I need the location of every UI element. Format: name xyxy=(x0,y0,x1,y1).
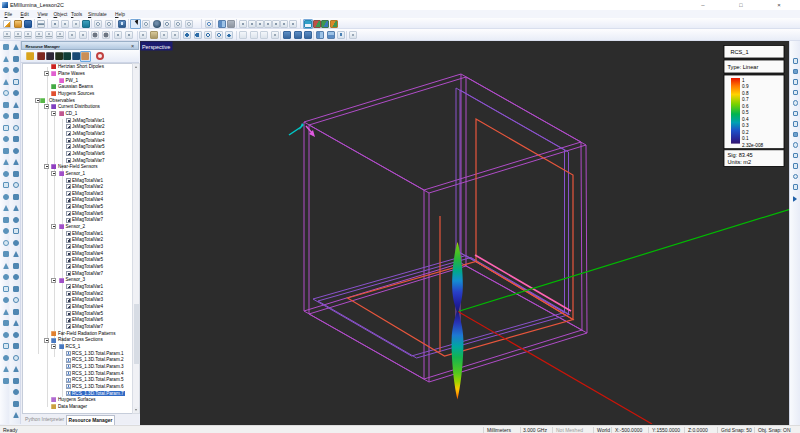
svg-text:Sig: 83.45: Sig: 83.45 xyxy=(728,152,753,158)
svg-text:0.7: 0.7 xyxy=(742,97,749,102)
svg-text:1: 1 xyxy=(742,78,745,83)
svg-text:Type: Linear: Type: Linear xyxy=(728,64,759,70)
svg-text:0.5: 0.5 xyxy=(742,110,749,115)
svg-text:0.1: 0.1 xyxy=(742,136,749,141)
svg-text:0.2: 0.2 xyxy=(742,130,749,135)
svg-text:Perspective: Perspective xyxy=(142,44,170,50)
svg-text:0.4: 0.4 xyxy=(742,117,749,122)
svg-text:0.6: 0.6 xyxy=(742,104,749,109)
svg-text:2.32e-008: 2.32e-008 xyxy=(742,143,764,148)
svg-text:Units: m2: Units: m2 xyxy=(728,159,752,165)
svg-text:0.3: 0.3 xyxy=(742,123,749,128)
svg-text:RCS_1: RCS_1 xyxy=(731,49,749,55)
svg-text:0.9: 0.9 xyxy=(742,84,749,89)
svg-text:0.8: 0.8 xyxy=(742,91,749,96)
